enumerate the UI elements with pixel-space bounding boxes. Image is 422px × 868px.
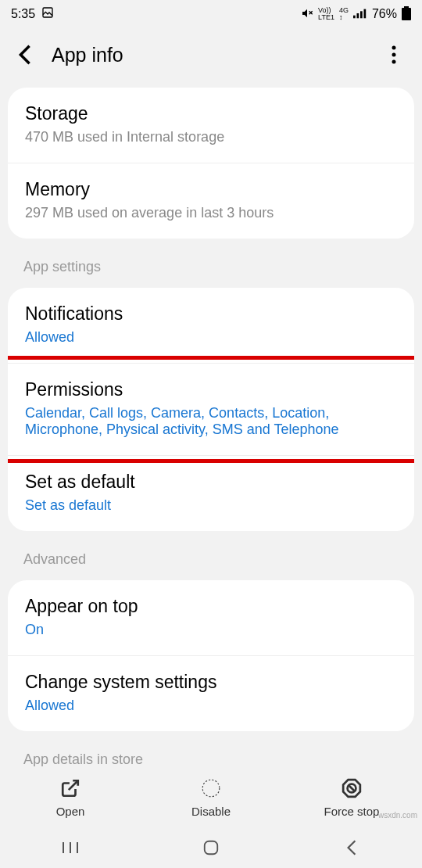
notifications-row[interactable]: Notifications Allowed	[8, 288, 414, 363]
mute-icon	[301, 7, 313, 22]
svg-point-10	[392, 53, 396, 57]
open-icon	[59, 777, 82, 800]
change-system-settings-row[interactable]: Change system settings Allowed	[8, 655, 414, 731]
app-settings-card: Notifications Allowed Permissions Calend…	[8, 288, 414, 531]
status-time: 5:35	[11, 7, 35, 21]
recents-button[interactable]	[47, 836, 94, 859]
storage-row[interactable]: Storage 470 MB used in Internal storage	[8, 88, 414, 163]
set-default-sub: Set as default	[25, 497, 397, 514]
volte-icon: Vo))LTE1	[318, 7, 334, 21]
force-stop-label: Force stop	[324, 805, 380, 818]
back-button[interactable]	[14, 44, 36, 66]
signal-icon	[353, 8, 367, 21]
force-stop-icon	[340, 777, 363, 800]
set-default-row[interactable]: Set as default Set as default	[8, 455, 414, 531]
svg-point-9	[392, 46, 396, 50]
bottom-actions: Open Disable Force stop	[0, 766, 422, 827]
advanced-card: Appear on top On Change system settings …	[8, 580, 414, 731]
usage-card: Storage 470 MB used in Internal storage …	[8, 88, 414, 239]
appear-on-top-row[interactable]: Appear on top On	[8, 580, 414, 655]
svg-rect-20	[205, 841, 218, 855]
watermark: wsxdn.com	[378, 811, 417, 820]
notifications-sub: Allowed	[25, 329, 397, 346]
home-button[interactable]	[188, 836, 234, 859]
gallery-icon	[41, 6, 54, 22]
network-4g-icon: 4G↕	[339, 7, 349, 21]
svg-rect-7	[404, 6, 409, 8]
open-button[interactable]: Open	[8, 777, 133, 818]
page-title: App info	[52, 44, 380, 66]
memory-row[interactable]: Memory 297 MB used on average in last 3 …	[8, 163, 414, 239]
svg-rect-8	[402, 8, 411, 20]
disable-icon	[199, 777, 223, 800]
appear-on-top-sub: On	[25, 622, 397, 638]
disable-button[interactable]: Disable	[148, 777, 274, 818]
svg-rect-6	[363, 9, 366, 18]
svg-point-11	[392, 60, 396, 64]
memory-title: Memory	[25, 179, 397, 200]
battery-icon	[402, 6, 411, 23]
permissions-row[interactable]: Permissions Calendar, Call logs, Camera,…	[8, 363, 414, 455]
navigation-bar	[0, 827, 422, 868]
notifications-title: Notifications	[25, 303, 397, 325]
storage-title: Storage	[25, 103, 397, 124]
svg-rect-5	[360, 11, 363, 18]
change-system-settings-title: Change system settings	[25, 672, 397, 693]
svg-line-16	[349, 785, 355, 791]
disable-label: Disable	[191, 805, 231, 818]
svg-line-12	[69, 780, 78, 790]
permissions-title: Permissions	[25, 379, 397, 400]
svg-rect-4	[356, 13, 359, 18]
nav-back-button[interactable]	[328, 836, 375, 859]
battery-percent: 76%	[372, 7, 397, 21]
set-default-title: Set as default	[25, 472, 397, 493]
storage-sub: 470 MB used in Internal storage	[25, 129, 397, 145]
advanced-header: Advanced	[0, 537, 422, 574]
memory-sub: 297 MB used on average in last 3 hours	[25, 205, 397, 221]
app-bar: App info	[0, 28, 422, 81]
permissions-sub: Calendar, Call logs, Camera, Contacts, L…	[25, 405, 397, 438]
open-label: Open	[56, 805, 85, 818]
status-bar: 5:35 Vo))LTE1 4G↕ 76%	[0, 0, 422, 28]
svg-point-13	[202, 780, 220, 797]
more-button[interactable]	[380, 41, 408, 69]
appear-on-top-title: Appear on top	[25, 596, 397, 617]
app-settings-header: App settings	[0, 245, 422, 282]
change-system-settings-sub: Allowed	[25, 698, 397, 714]
svg-rect-3	[353, 15, 356, 18]
